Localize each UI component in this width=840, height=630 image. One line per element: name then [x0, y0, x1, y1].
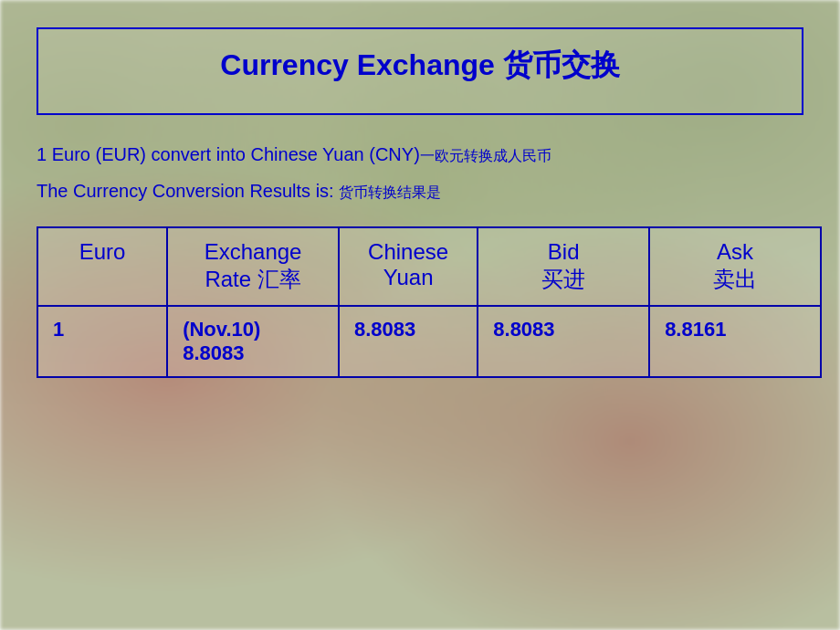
- subtitle-line1: 1 Euro (EUR) convert into Chinese Yuan (…: [37, 141, 803, 168]
- subtitle-line2: The Currency Conversion Results is: 货币转换…: [37, 177, 803, 205]
- header-ask: Ask 卖出: [649, 227, 821, 306]
- exchange-table: Euro Exchange Rate 汇率 Chinese Yuan Bid 买…: [37, 226, 822, 378]
- title-box: Currency Exchange 货币交换: [37, 27, 803, 115]
- cell-euro: 1: [37, 306, 167, 377]
- cell-bid: 8.8083: [478, 306, 649, 377]
- header-rate: Exchange Rate 汇率: [167, 227, 339, 306]
- page-title: Currency Exchange 货币交换: [57, 46, 783, 86]
- cell-rate: (Nov.10) 8.8083: [167, 306, 339, 377]
- cell-yuan: 8.8083: [339, 306, 478, 377]
- header-bid: Bid 买进: [478, 227, 649, 306]
- header-euro: Euro: [37, 227, 167, 306]
- cell-ask: 8.8161: [649, 306, 821, 377]
- header-yuan: Chinese Yuan: [339, 227, 478, 306]
- table-row: 1 (Nov.10) 8.8083 8.8083 8.8083 8.8161: [37, 306, 821, 377]
- table-header-row: Euro Exchange Rate 汇率 Chinese Yuan Bid 买…: [37, 227, 821, 306]
